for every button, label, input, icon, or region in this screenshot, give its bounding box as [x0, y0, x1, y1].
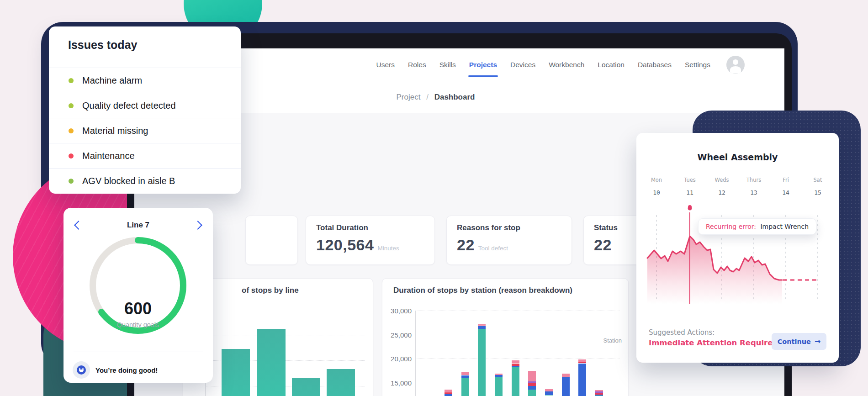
bar-segment-blue[interactable] [512, 366, 519, 367]
breadcrumb-separator: / [426, 93, 429, 101]
station-axis-label-right: Station [603, 337, 622, 344]
day-column-fri[interactable]: Fri14 [771, 177, 800, 196]
bar-segment-teal[interactable] [461, 378, 469, 396]
bar-segment-purple[interactable] [595, 391, 603, 393]
marker-dot [688, 206, 692, 211]
day-column-weds[interactable]: Weds12 [707, 177, 736, 196]
nav-item-projects[interactable]: Projects [469, 61, 497, 69]
issue-row[interactable]: Maintenance [49, 143, 241, 168]
issues-today-card: Issues today Machine alarmQuality defect… [49, 26, 241, 194]
day-column-thurs[interactable]: Thurs13 [739, 177, 768, 196]
stat-card-value-row: 22Tool defect [457, 236, 508, 254]
bar-segment-blue[interactable] [595, 395, 603, 396]
y-axis-tick: 15,000 [386, 379, 412, 386]
bar-segment-pink[interactable] [595, 390, 603, 391]
bar-segment-teal[interactable] [512, 367, 519, 396]
recurring-error-tooltip: Recurring error: Impact Wrench [698, 218, 816, 235]
issue-label: Maintenance [82, 151, 135, 161]
user-avatar[interactable] [726, 56, 745, 74]
bar-segment-purple[interactable] [528, 381, 536, 383]
bar-segment-blue[interactable] [495, 375, 503, 377]
y-axis-tick: 20,000 [386, 355, 412, 363]
bar-segment-pink[interactable] [578, 359, 586, 362]
nav-item-skills[interactable]: Skills [439, 61, 456, 69]
tooltip-value: Impact Wrench [760, 223, 809, 230]
bar[interactable] [327, 369, 355, 396]
bar-segment-red[interactable] [595, 393, 603, 395]
line7-title: Line 7 [64, 221, 213, 230]
bar-segment-pink[interactable] [495, 374, 503, 375]
day-name: Tues [675, 177, 704, 183]
bar-segment-pink[interactable] [545, 389, 553, 391]
bar-segment-teal[interactable] [528, 390, 536, 396]
bar-segment-blue[interactable] [528, 386, 536, 390]
bar[interactable] [222, 349, 250, 396]
bar-segment-pink[interactable] [512, 360, 519, 363]
issue-row[interactable]: AGV blocked in aisle B [49, 168, 241, 193]
stat-card-value: 22 [594, 236, 612, 254]
status-dot-icon [69, 78, 74, 83]
bar-segment-blue[interactable] [578, 364, 586, 396]
issue-label: Quality defect detected [82, 100, 176, 111]
day-name: Fri [771, 177, 800, 183]
issue-row[interactable]: Quality defect detected [49, 93, 241, 118]
stops-by-line-title: of stops by line [242, 286, 299, 295]
y-axis-tick: 30,000 [386, 307, 412, 315]
stat-card-label: Status [594, 223, 618, 232]
issues-today-title: Issues today [68, 38, 137, 52]
day-date: 12 [707, 189, 736, 196]
line7-card: Line 7 600 Quantity goals You’re doing g… [64, 208, 213, 383]
stat-card-value-row: 120,564Minutes [316, 236, 399, 254]
day-date: 11 [675, 189, 704, 196]
bar-segment-red[interactable] [512, 364, 519, 366]
bar-segment-teal[interactable] [495, 377, 503, 396]
bar[interactable] [257, 329, 286, 396]
nav-item-devices[interactable]: Devices [510, 61, 535, 69]
continue-button-label: Continue [778, 338, 811, 345]
bar-segment-teal[interactable] [478, 329, 486, 396]
bar-segment-blue[interactable] [445, 394, 452, 396]
bar-segment-blue[interactable] [562, 377, 570, 396]
gridline [415, 311, 620, 311]
nav-item-roles[interactable]: Roles [408, 61, 426, 69]
divider [74, 352, 203, 352]
day-name: Mon [642, 177, 671, 183]
bar[interactable] [292, 378, 320, 396]
quantity-goal-donut: 600 Quantity goals [90, 237, 186, 334]
day-column-sat[interactable]: Sat15 [803, 177, 832, 196]
bar-segment-blue[interactable] [461, 375, 469, 378]
stat-card-label: Total Duration [316, 223, 368, 232]
bar-segment-blue[interactable] [478, 326, 486, 329]
bar-segment-pink[interactable] [528, 371, 536, 381]
arrow-right-icon: → [815, 337, 820, 346]
bar-segment-red[interactable] [578, 362, 586, 363]
wheel-assembly-card: Wheel Assembly Mon10Tues11Weds12Thurs13F… [636, 133, 839, 363]
issue-row[interactable]: Machine alarm [49, 68, 241, 93]
bar-segment-pink[interactable] [478, 324, 486, 326]
continue-button[interactable]: Continue → [772, 333, 826, 350]
status-dot-icon [69, 103, 74, 108]
bar-segment-pink[interactable] [562, 374, 570, 377]
day-name: Weds [707, 177, 736, 183]
stat-card-unit: Tool defect [478, 245, 508, 252]
nav-item-workbench[interactable]: Workbench [549, 61, 584, 69]
bar-segment-pink[interactable] [445, 390, 452, 392]
issue-row[interactable]: Material missing [49, 118, 241, 143]
y-axis-tick: 25,000 [386, 331, 412, 338]
encouragement-message: You’re doing good! [95, 361, 158, 379]
bar-segment-red[interactable] [445, 392, 452, 394]
nav-item-databases[interactable]: Databases [638, 61, 672, 69]
issue-label: AGV blocked in aisle B [82, 176, 175, 186]
bar-segment-pink[interactable] [461, 372, 469, 375]
status-dot-icon [69, 128, 74, 133]
avatar-person-icon [733, 59, 738, 65]
day-column-tues[interactable]: Tues11 [675, 177, 704, 196]
day-column-mon[interactable]: Mon10 [642, 177, 671, 196]
nav-item-location[interactable]: Location [598, 61, 625, 69]
breadcrumb-page: Dashboard [434, 93, 475, 101]
bar-segment-blue[interactable] [545, 391, 553, 395]
nav-item-users[interactable]: Users [376, 61, 395, 69]
bar-segment-red[interactable] [528, 383, 536, 386]
nav-item-settings[interactable]: Settings [685, 61, 710, 69]
breadcrumb-section[interactable]: Project [397, 93, 421, 101]
